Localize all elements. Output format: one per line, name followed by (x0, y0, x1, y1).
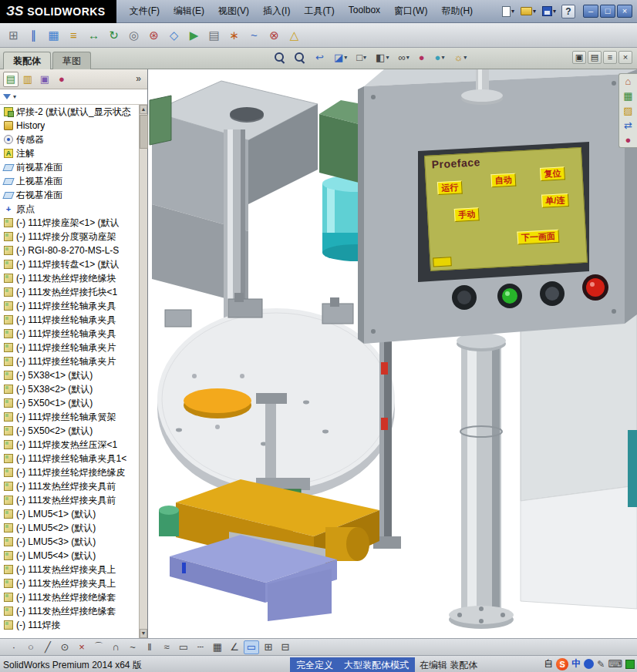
tree-item[interactable]: (-) 111焊接丝轮焊接绝缘皮 (0, 465, 139, 479)
sogou-ime-icon[interactable]: S (556, 658, 568, 670)
zoom-to-fit-icon[interactable] (271, 50, 289, 65)
dropdown-caret-icon[interactable]: ▾ (386, 54, 389, 61)
menu-item[interactable]: 帮助(H) (434, 1, 480, 22)
help-button[interactable]: ? (561, 5, 575, 18)
teal-bracket[interactable] (628, 430, 637, 507)
trim-entities-icon[interactable]: × (74, 640, 89, 654)
tree-item[interactable]: 前视基准面 (0, 160, 139, 174)
smart-dimension-icon[interactable]: ∠ (227, 640, 242, 654)
mate-icon[interactable]: ∥ (25, 26, 42, 44)
hmi-touchscreen[interactable]: Proeface 运行 自动 复位 手动 单/连 下一画面 (424, 147, 588, 271)
new-motion-study-icon[interactable]: ▶ (185, 26, 203, 44)
tree-item[interactable]: (-) 111发热丝焊接夹具上 (0, 563, 139, 576)
close-button[interactable]: × (617, 5, 632, 18)
linear-sketch-pattern-icon[interactable]: ▦ (210, 640, 225, 654)
menu-item[interactable]: 视图(V) (211, 1, 256, 22)
centerline-icon[interactable]: ┄ (193, 640, 208, 654)
show-hidden-components-icon[interactable]: ◎ (125, 26, 143, 44)
exploded-view-icon[interactable]: ∗ (225, 26, 243, 44)
panel-expand-button[interactable]: » (136, 73, 146, 84)
appearances-icon[interactable]: ● (625, 135, 632, 145)
tree-item[interactable]: History (0, 119, 139, 133)
tree-item[interactable]: (-) LMU5<1> (默认) (0, 507, 139, 521)
tree-item[interactable]: 原点 (0, 202, 139, 216)
tree-item[interactable]: (-) 111发热丝焊接夹具前 (0, 479, 139, 493)
tree-root-item[interactable]: 焊接-2 (默认(默认_显示状态 (0, 105, 139, 119)
scroll-down-icon[interactable]: ▼ (140, 629, 147, 638)
view-orientation-icon[interactable]: □ ▾ (352, 50, 369, 65)
tree-scrollbar[interactable]: ▲ ▼ (139, 105, 147, 638)
dropdown-caret-icon[interactable]: ▾ (344, 54, 347, 61)
hmi-mounting-pole[interactable] (449, 333, 514, 629)
pointer-dot-icon[interactable]: · (6, 640, 22, 654)
insert-components-icon[interactable]: ⊞ (5, 26, 22, 44)
tree-item[interactable]: (-) 111发热丝焊接托块<1 (0, 285, 139, 299)
bill-of-materials-icon[interactable]: ▤ (205, 26, 223, 44)
tree-item[interactable]: (-) 5X50<2> (默认) (0, 424, 139, 438)
scroll-thumb[interactable] (140, 115, 148, 149)
right-platform[interactable] (521, 297, 637, 609)
tree-item[interactable]: (-) LMU5<3> (默认) (0, 535, 139, 549)
dropdown-caret-icon[interactable]: ▾ (441, 54, 444, 61)
hide-show-items-icon[interactable]: ∞ ▾ (394, 50, 412, 65)
tree-item[interactable]: (-) 111焊接转盘<1> (默认 (0, 257, 139, 271)
dropdown-caret-icon[interactable]: ▾ (511, 8, 514, 15)
solidworks-resources-icon[interactable]: ⌂ (625, 76, 632, 86)
graphics-area[interactable]: Proeface 运行 自动 复位 手动 单/连 下一画面 ⌂▦▨⇄● (148, 69, 637, 638)
save-icon[interactable]: ▾ (540, 4, 558, 19)
configurationmanager-tab-icon[interactable]: ▣ (37, 72, 52, 87)
hmi-button-manual[interactable]: 手动 (454, 207, 480, 222)
tree-item[interactable]: 右视基准面 (0, 188, 139, 202)
reference-geometry-icon[interactable]: ◇ (165, 26, 183, 44)
menu-item[interactable]: 插入(I) (256, 1, 297, 22)
tree-item[interactable]: (-) 111发热丝焊接夹具上 (0, 576, 139, 590)
dropdown-caret-icon[interactable]: ▾ (553, 8, 556, 15)
tree-item[interactable]: (-) 111焊接丝轮轴承夹片 (0, 341, 139, 354)
spline-icon[interactable]: ~ (125, 640, 140, 654)
tree-item[interactable]: (-) 111焊接丝轮轴承夹具 (0, 327, 139, 341)
tree-item[interactable]: (-) 111焊接丝轮轴承夹具 (0, 313, 139, 327)
ime-chinese-indicator[interactable]: 中 (571, 657, 581, 670)
displaymanager-tab-icon[interactable]: ● (54, 72, 69, 87)
tree-item[interactable]: (-) 5X38<1> (默认) (0, 368, 139, 382)
centerpoint-arc-icon[interactable]: ∩ (108, 640, 123, 654)
tree-item[interactable]: (-) 111焊接发热丝压深<1 (0, 438, 139, 452)
dropdown-caret-icon[interactable]: ▾ (406, 54, 410, 61)
ellipse-icon[interactable]: ⊙ (57, 640, 72, 654)
circle-icon[interactable]: ○ (23, 640, 39, 654)
pen-icon[interactable]: ✎ (597, 659, 605, 670)
tree-item[interactable]: (-) 5X50<1> (默认) (0, 396, 139, 410)
tree-item[interactable]: 注解 (0, 146, 139, 160)
tree-item[interactable]: (-) RGI-80-8-270-MS-L-S (0, 244, 139, 257)
edit-appearance-icon[interactable]: ● (415, 50, 429, 65)
apply-scene-icon[interactable]: ● ▾ (431, 50, 448, 65)
scroll-up-icon[interactable]: ▲ (140, 105, 147, 114)
interference-detection-icon[interactable]: ⊗ (265, 26, 283, 44)
assembly-features-icon[interactable]: ⊛ (145, 26, 163, 44)
rotate-component-icon[interactable]: ↻ (105, 26, 123, 44)
design-library-icon[interactable]: ▦ (623, 91, 632, 101)
restore-document-icon[interactable]: ▣ (572, 51, 586, 64)
menu-item[interactable]: 窗口(W) (387, 1, 434, 22)
open-icon[interactable]: ▾ (518, 4, 538, 19)
filter-funnel-icon[interactable] (3, 94, 11, 99)
view-settings-icon[interactable]: ☼ ▾ (450, 50, 470, 65)
linear-component-pattern-icon[interactable]: ▦ (45, 26, 62, 44)
hmi-button-next-screen[interactable]: 下一画面 (517, 230, 560, 245)
tree-item[interactable]: (-) 111焊接分度驱动座架 (0, 230, 139, 244)
tree-item[interactable]: (-) LMU5<2> (默认) (0, 521, 139, 535)
tree-item[interactable]: (-) 111焊接丝轮轴承簧架 (0, 410, 139, 424)
tree-item[interactable]: (-) 111焊接 (0, 618, 139, 632)
tree-item[interactable]: 上视基准面 (0, 174, 139, 188)
tree-item[interactable]: (-) 111焊接丝轮轴承夹片 (0, 354, 139, 368)
new-document-icon[interactable]: ▾ (500, 4, 517, 19)
tab-assembly[interactable]: 装配体 (3, 52, 51, 70)
tree-item[interactable]: 传感器 (0, 133, 139, 146)
hmi-corner-button[interactable] (433, 257, 452, 267)
minimize-button[interactable]: – (583, 5, 598, 18)
tree-item[interactable]: (-) 111发热丝焊接绝缘套 (0, 604, 139, 618)
tree-item[interactable]: (-) 111发热丝焊接夹具前 (0, 493, 139, 507)
split-view-icon[interactable]: ▤ (588, 51, 602, 64)
tree-item[interactable]: (-) LMU5<4> (默认) (0, 549, 139, 563)
tree-item[interactable]: (-) 111发热丝焊接绝缘套 (0, 590, 139, 604)
